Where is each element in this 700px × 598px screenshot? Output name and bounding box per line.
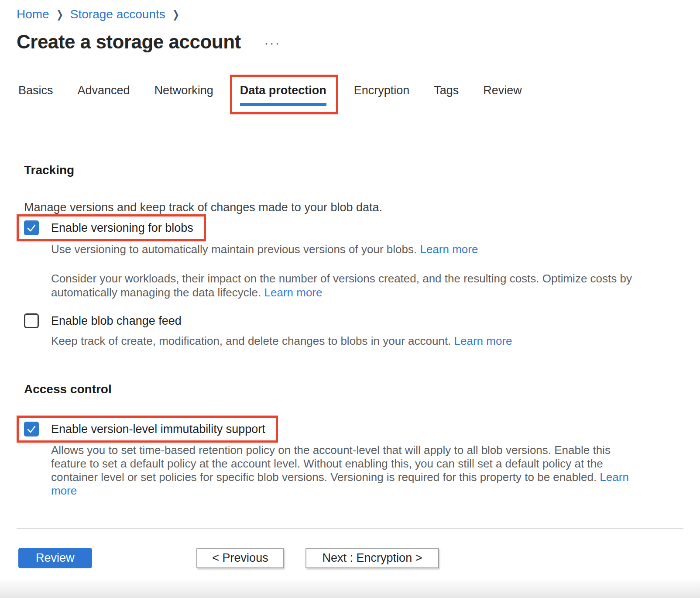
enable-immutability-label: Enable version-level immutability suppor… xyxy=(51,423,265,436)
footer-actions: Review < Previous Next : Encryption > xyxy=(0,548,700,570)
annotation-box-immutability: Enable version-level immutability suppor… xyxy=(17,416,278,443)
change-feed-description: Keep track of create, modification, and … xyxy=(51,334,700,347)
tab-review[interactable]: Review xyxy=(483,75,522,97)
annotation-box-data-protection-tab: Data protection xyxy=(230,75,338,114)
versioning-learn-more-link[interactable]: Learn more xyxy=(420,243,478,256)
tab-bar: Basics Advanced Networking Data protecti… xyxy=(18,75,700,114)
annotation-box-enable-versioning: Enable versioning for blobs xyxy=(17,214,206,241)
footer-divider xyxy=(17,528,683,529)
next-encryption-button[interactable]: Next : Encryption > xyxy=(305,548,439,568)
lifecycle-learn-more-link[interactable]: Learn more xyxy=(264,286,323,299)
immutability-description-text: Allows you to set time-based retention p… xyxy=(51,443,611,484)
change-feed-row: Enable blob change feed xyxy=(24,313,700,328)
checkmark-icon xyxy=(26,223,37,233)
checkmark-icon xyxy=(26,424,37,434)
review-button[interactable]: Review xyxy=(18,548,92,568)
breadcrumb-home[interactable]: Home xyxy=(17,7,49,21)
tracking-section-intro: Manage versions and keep track of change… xyxy=(24,201,700,214)
previous-button[interactable]: < Previous xyxy=(196,548,284,568)
page-title: Create a storage account xyxy=(17,31,241,53)
tab-basics[interactable]: Basics xyxy=(18,75,53,97)
more-options-ellipsis-icon[interactable]: ··· xyxy=(264,37,281,50)
enable-change-feed-checkbox[interactable] xyxy=(24,313,39,328)
change-feed-learn-more-link[interactable]: Learn more xyxy=(454,334,512,347)
chevron-right-icon: ❯ xyxy=(172,8,179,21)
tracking-section-heading: Tracking xyxy=(24,163,700,177)
enable-immutability-checkbox[interactable] xyxy=(24,422,39,436)
access-control-section-heading: Access control xyxy=(24,382,700,396)
tab-networking[interactable]: Networking xyxy=(154,75,213,97)
active-tab-underline xyxy=(240,103,326,106)
enable-versioning-label: Enable versioning for blobs xyxy=(51,221,193,235)
versioning-cost-note-text: Consider your workloads, their impact on… xyxy=(51,272,632,299)
immutability-description: Allows you to set time-based retention p… xyxy=(51,443,636,498)
tab-data-protection[interactable]: Data protection xyxy=(240,84,326,97)
breadcrumb-storage-accounts[interactable]: Storage accounts xyxy=(70,7,165,21)
enable-versioning-checkbox[interactable] xyxy=(24,220,39,235)
versioning-description: Use versioning to automatically maintain… xyxy=(51,243,700,256)
tab-encryption[interactable]: Encryption xyxy=(354,75,410,97)
breadcrumb: Home ❯ Storage accounts ❯ xyxy=(0,0,700,21)
chevron-right-icon: ❯ xyxy=(56,8,63,21)
tab-tags[interactable]: Tags xyxy=(434,75,459,97)
tab-advanced[interactable]: Advanced xyxy=(78,75,130,97)
page-header: Create a storage account ··· xyxy=(17,31,700,53)
enable-change-feed-label: Enable blob change feed xyxy=(51,314,182,328)
versioning-cost-note: Consider your workloads, their impact on… xyxy=(51,272,640,299)
bottom-edge-gradient xyxy=(0,578,700,598)
versioning-description-text: Use versioning to automatically maintain… xyxy=(51,243,417,256)
change-feed-description-text: Keep track of create, modification, and … xyxy=(51,334,451,347)
